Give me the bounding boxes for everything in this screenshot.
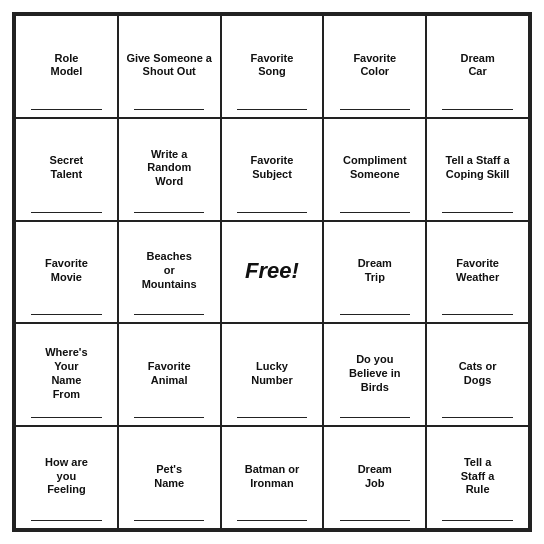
favorite-weather-label: FavoriteWeather	[456, 257, 499, 285]
how-feeling: How areyouFeeling	[15, 426, 118, 529]
tell-coping: Tell a Staff a Coping Skill	[426, 118, 529, 221]
favorite-color-label: FavoriteColor	[353, 52, 396, 80]
pets-name: Pet'sName	[118, 426, 221, 529]
cats-dogs-label: Cats orDogs	[459, 360, 497, 388]
how-feeling-line	[31, 520, 102, 521]
cats-dogs-line	[442, 417, 513, 418]
favorite-song-label: FavoriteSong	[251, 52, 294, 80]
give-shout-label: Give Someone a Shout Out	[122, 52, 217, 80]
role-model-line	[31, 109, 102, 110]
wheres-name: Where'sYourNameFrom	[15, 323, 118, 426]
lucky-number-label: LuckyNumber	[251, 360, 293, 388]
favorite-subject-line	[237, 212, 308, 213]
how-feeling-label: How areyouFeeling	[45, 456, 88, 497]
role-model-label: RoleModel	[51, 52, 83, 80]
dream-car-label: DreamCar	[460, 52, 494, 80]
favorite-weather-line	[442, 314, 513, 315]
pets-name-line	[134, 520, 205, 521]
wheres-name-label: Where'sYourNameFrom	[45, 346, 87, 401]
beaches-mountains-label: BeachesorMountains	[142, 250, 197, 291]
cats-dogs: Cats orDogs	[426, 323, 529, 426]
give-shout-line	[134, 109, 205, 110]
batman-ironman: Batman orIronman	[221, 426, 324, 529]
favorite-color-line	[340, 109, 411, 110]
secret-talent-line	[31, 212, 102, 213]
tell-coping-label: Tell a Staff a Coping Skill	[430, 154, 525, 182]
random-word-label: Write aRandomWord	[147, 148, 191, 189]
random-word: Write aRandomWord	[118, 118, 221, 221]
tell-rule: Tell aStaff aRule	[426, 426, 529, 529]
dream-job: DreamJob	[323, 426, 426, 529]
favorite-subject: FavoriteSubject	[221, 118, 324, 221]
compliment-someone: ComplimentSomeone	[323, 118, 426, 221]
dream-car: DreamCar	[426, 15, 529, 118]
dream-job-label: DreamJob	[358, 463, 392, 491]
free: Free!	[221, 221, 324, 324]
favorite-song: FavoriteSong	[221, 15, 324, 118]
favorite-animal-label: FavoriteAnimal	[148, 360, 191, 388]
lucky-number: LuckyNumber	[221, 323, 324, 426]
believe-birds: Do youBelieve inBirds	[323, 323, 426, 426]
favorite-movie: FavoriteMovie	[15, 221, 118, 324]
favorite-subject-label: FavoriteSubject	[251, 154, 294, 182]
beaches-mountains: BeachesorMountains	[118, 221, 221, 324]
bingo-card: RoleModelGive Someone a Shout OutFavorit…	[12, 12, 532, 532]
believe-birds-line	[340, 417, 411, 418]
dream-job-line	[340, 520, 411, 521]
give-shout: Give Someone a Shout Out	[118, 15, 221, 118]
tell-rule-label: Tell aStaff aRule	[461, 456, 495, 497]
tell-coping-line	[442, 212, 513, 213]
believe-birds-label: Do youBelieve inBirds	[349, 353, 400, 394]
random-word-line	[134, 212, 205, 213]
tell-rule-line	[442, 520, 513, 521]
pets-name-label: Pet'sName	[154, 463, 184, 491]
favorite-color: FavoriteColor	[323, 15, 426, 118]
dream-trip: DreamTrip	[323, 221, 426, 324]
favorite-movie-label: FavoriteMovie	[45, 257, 88, 285]
favorite-movie-line	[31, 314, 102, 315]
dream-car-line	[442, 109, 513, 110]
favorite-weather: FavoriteWeather	[426, 221, 529, 324]
free-label: Free!	[245, 257, 299, 285]
compliment-someone-line	[340, 212, 411, 213]
role-model: RoleModel	[15, 15, 118, 118]
dream-trip-label: DreamTrip	[358, 257, 392, 285]
secret-talent: SecretTalent	[15, 118, 118, 221]
compliment-someone-label: ComplimentSomeone	[343, 154, 407, 182]
dream-trip-line	[340, 314, 411, 315]
favorite-song-line	[237, 109, 308, 110]
favorite-animal-line	[134, 417, 205, 418]
batman-ironman-label: Batman orIronman	[245, 463, 299, 491]
batman-ironman-line	[237, 520, 308, 521]
favorite-animal: FavoriteAnimal	[118, 323, 221, 426]
wheres-name-line	[31, 417, 102, 418]
lucky-number-line	[237, 417, 308, 418]
secret-talent-label: SecretTalent	[50, 154, 84, 182]
beaches-mountains-line	[134, 314, 205, 315]
